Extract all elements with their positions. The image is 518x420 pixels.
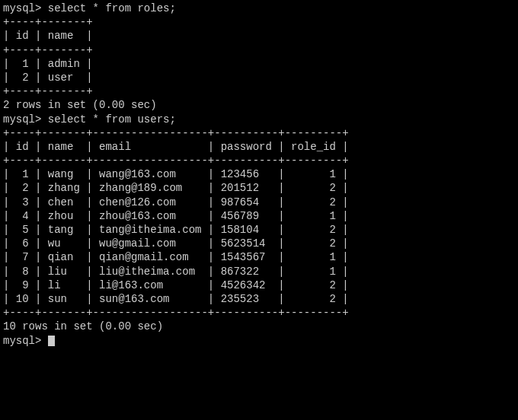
users-table-row: | 5 | tang | tang@itheima.com | 158104 |… (3, 223, 515, 237)
users-table-border: +----+-------+------------------+-------… (3, 306, 515, 320)
users-table-row: | 7 | qian | qian@gmail.com | 1543567 | … (3, 250, 515, 264)
mysql-prompt: mysql> (3, 113, 48, 126)
users-table-row: | 3 | chen | chen@126.com | 987654 | 2 | (3, 196, 515, 209)
users-table-row: | 1 | wang | wang@163.com | 123456 | 1 | (3, 167, 515, 181)
roles-table-border: +----+-------+ (3, 15, 515, 29)
users-table-row: | 2 | zhang | zhang@189.com | 201512 | 2… (3, 181, 515, 195)
users-table-header: | id | name | email | password | role_id… (3, 140, 515, 154)
query-line-1: mysql> select * from roles; (3, 2, 515, 15)
users-table-row: | 4 | zhou | zhou@163.com | 456789 | 1 | (3, 209, 515, 223)
sql-query-roles: select * from roles; (48, 2, 176, 14)
roles-table-row: | 2 | user | (3, 71, 515, 84)
users-table-row: | 8 | liu | liu@itheima.com | 867322 | 1… (3, 265, 515, 278)
mysql-prompt: mysql> (3, 335, 48, 347)
users-table-row: | 10 | sun | sun@163.com | 235523 | 2 | (3, 292, 515, 306)
sql-query-users: select * from users; (48, 113, 176, 126)
roles-table-border: +----+-------+ (3, 43, 515, 57)
users-table-border: +----+-------+------------------+-------… (3, 126, 515, 140)
users-table-row: | 6 | wu | wu@gmail.com | 5623514 | 2 | (3, 237, 515, 250)
roles-table-header: | id | name | (3, 29, 515, 43)
roles-table-border: +----+-------+ (3, 84, 515, 98)
query-line-2: mysql> select * from users; (3, 113, 515, 126)
mysql-prompt: mysql> (3, 2, 48, 14)
terminal-output: mysql> select * from roles; +----+------… (0, 0, 518, 349)
users-table-border: +----+-------+------------------+-------… (3, 154, 515, 167)
cursor-icon (48, 336, 55, 346)
users-table-row: | 9 | li | li@163.com | 4526342 | 2 | (3, 278, 515, 292)
users-result-summary: 10 rows in set (0.00 sec) (3, 320, 515, 333)
mysql-prompt-line[interactable]: mysql> (3, 334, 515, 348)
roles-result-summary: 2 rows in set (0.00 sec) (3, 98, 515, 112)
roles-table-row: | 1 | admin | (3, 57, 515, 71)
